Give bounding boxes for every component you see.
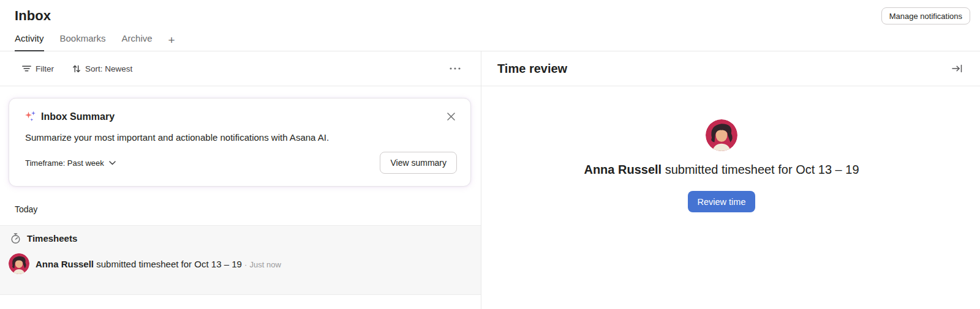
date-group-label: Today <box>0 204 481 214</box>
sort-arrows-icon <box>72 64 81 73</box>
summary-card-close-button[interactable] <box>445 111 457 122</box>
notification-period: Oct 13 – 19 <box>194 259 242 269</box>
filter-label: Filter <box>36 64 54 73</box>
view-summary-button[interactable]: View summary <box>380 152 457 174</box>
timeframe-label: Timeframe: Past week <box>25 158 104 168</box>
time-review-title: Time review <box>497 62 567 76</box>
list-toolbar: Filter Sort: Newest <box>0 51 481 86</box>
time-review-header: Time review <box>481 51 980 86</box>
filter-button[interactable]: Filter <box>22 64 54 73</box>
time-review-body: Anna Russell submitted timesheet for Oct… <box>481 86 980 309</box>
notification-actor: Anna Russell <box>36 259 94 269</box>
timesheets-section-header[interactable]: Timesheets <box>0 233 481 244</box>
notification-list-panel: Filter Sort: Newest <box>0 51 481 309</box>
more-dots-icon <box>449 67 461 70</box>
collapse-right-icon <box>951 63 963 74</box>
ai-sparkle-icon <box>25 111 36 122</box>
inbox-tabs: Activity Bookmarks Archive + <box>15 33 965 51</box>
notification-row[interactable]: Anna Russell submitted timesheet for Oct… <box>0 253 481 274</box>
more-options-button[interactable] <box>449 67 461 70</box>
inbox-header: Inbox Manage notifications Activity Book… <box>0 0 980 51</box>
inbox-app: Inbox Manage notifications Activity Book… <box>0 0 980 309</box>
detail-period: Oct 13 – 19 <box>796 163 859 176</box>
manage-notifications-button[interactable]: Manage notifications <box>881 7 970 24</box>
timesheets-section-title: Timesheets <box>27 233 77 244</box>
time-review-heading: Anna Russell submitted timesheet for Oct… <box>584 163 859 177</box>
filter-icon <box>22 64 31 73</box>
chevron-down-icon <box>109 161 116 165</box>
notification-separator: · <box>244 260 247 269</box>
detail-actor: Anna Russell <box>584 163 662 176</box>
tab-activity[interactable]: Activity <box>15 33 44 51</box>
timesheets-section: Timesheets Anna Russel <box>0 225 481 295</box>
page-title: Inbox <box>15 8 965 24</box>
sort-button[interactable]: Sort: Newest <box>72 64 132 73</box>
inbox-summary-card: Inbox Summary Summarize your most import… <box>9 98 471 187</box>
timeframe-dropdown[interactable]: Timeframe: Past week <box>25 158 116 168</box>
time-review-panel: Time review <box>481 51 980 309</box>
detail-action: submitted timesheet for <box>665 163 793 176</box>
summary-card-description: Summarize your most important and action… <box>25 132 457 143</box>
tab-bookmarks[interactable]: Bookmarks <box>60 33 106 51</box>
close-icon <box>447 112 456 121</box>
collapse-panel-button[interactable] <box>950 62 964 75</box>
tab-archive[interactable]: Archive <box>122 33 153 51</box>
avatar <box>706 119 737 151</box>
add-tab-button[interactable]: + <box>168 34 175 51</box>
notification-text: Anna Russell submitted timesheet for Oct… <box>36 259 281 269</box>
notification-action: submitted timesheet for <box>96 259 192 269</box>
review-time-button[interactable]: Review time <box>688 191 756 212</box>
notification-timestamp: Just now <box>250 260 281 269</box>
stopwatch-icon <box>10 233 21 244</box>
summary-card-title: Inbox Summary <box>41 111 115 122</box>
sort-label: Sort: Newest <box>85 64 132 73</box>
avatar <box>9 253 29 274</box>
